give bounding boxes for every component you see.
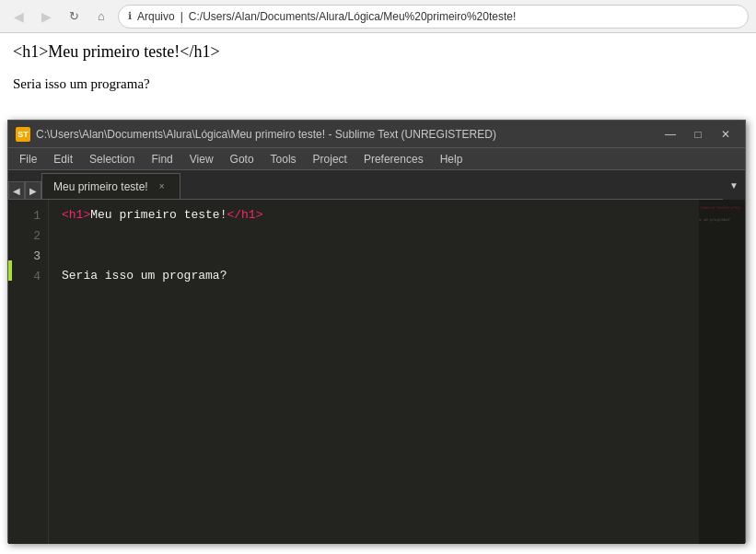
- tab-close-icon[interactable]: ×: [156, 180, 169, 193]
- maximize-button[interactable]: □: [686, 125, 710, 144]
- minimize-button[interactable]: —: [658, 125, 682, 144]
- line-number-4: 4: [12, 266, 48, 286]
- minimap-content: <h1>Meu primeiro teste!</h1> Seria isso …: [699, 205, 741, 222]
- tab-scroll-left[interactable]: ◀: [8, 181, 25, 200]
- tab-dropdown-btn[interactable]: ▼: [723, 170, 745, 200]
- editor-area: 1 2 3 4 <h1>Meu primeiro teste!</h1> Ser…: [8, 200, 745, 544]
- menu-help[interactable]: Help: [433, 151, 471, 167]
- line-number-1: 1: [12, 205, 48, 225]
- menu-edit[interactable]: Edit: [46, 151, 80, 167]
- code-area[interactable]: <h1>Meu primeiro teste!</h1> Seria isso …: [49, 200, 699, 544]
- sublime-window: ST C:\Users\Alan\Documents\Alura\Lógica\…: [7, 120, 746, 543]
- minimap: <h1>Meu primeiro teste!</h1> Seria isso …: [699, 200, 745, 544]
- menu-file[interactable]: File: [12, 151, 44, 167]
- tag-open: <h1>: [62, 208, 90, 222]
- forward-button[interactable]: ▶: [35, 6, 57, 28]
- active-tab[interactable]: Meu primeiro teste! ×: [41, 173, 180, 199]
- back-button[interactable]: ◀: [7, 6, 29, 28]
- code-line-2: [62, 225, 699, 246]
- window-controls: — □ ✕: [658, 125, 738, 144]
- info-icon: ℹ: [128, 10, 132, 22]
- title-bar: ST C:\Users\Alan\Documents\Alura\Lógica\…: [8, 121, 745, 148]
- tab-nav-left: ◀ ▶: [8, 170, 41, 200]
- code-text-1: Meu primeiro teste!: [90, 208, 227, 222]
- separator: |: [180, 10, 183, 23]
- window-title: C:\Users\Alan\Documents\Alura\Lógica\Meu…: [36, 128, 658, 141]
- tab-scroll-right[interactable]: ▶: [25, 181, 41, 200]
- menu-selection[interactable]: Selection: [82, 151, 142, 167]
- menu-goto[interactable]: Goto: [223, 151, 262, 167]
- line-number-2: 2: [12, 225, 48, 246]
- browser-bar: ◀ ▶ ↻ ⌂ ℹ Arquivo | C:/Users/Alan/Docume…: [0, 0, 756, 33]
- menu-project[interactable]: Project: [306, 151, 355, 167]
- menu-view[interactable]: View: [182, 151, 221, 167]
- arquivo-label: Arquivo: [137, 10, 175, 23]
- menu-preferences[interactable]: Preferences: [356, 151, 431, 167]
- home-button[interactable]: ⌂: [90, 6, 112, 28]
- line-numbers: 1 2 3 4: [12, 200, 49, 544]
- code-line-3: [62, 246, 699, 266]
- code-line-1: <h1>Meu primeiro teste!</h1>: [62, 205, 699, 225]
- close-button[interactable]: ✕: [714, 125, 738, 144]
- tab-label: Meu primeiro teste!: [53, 180, 148, 193]
- refresh-button[interactable]: ↻: [63, 6, 85, 28]
- tab-bar: ◀ ▶ Meu primeiro teste! × ▼: [8, 170, 745, 200]
- address-bar[interactable]: ℹ Arquivo | C:/Users/Alan/Documents/Alur…: [118, 5, 749, 29]
- menu-tools[interactable]: Tools: [263, 151, 304, 167]
- line-number-3: 3: [12, 246, 48, 266]
- code-text-4: Seria isso um programa?: [62, 269, 227, 283]
- tag-close: </h1>: [227, 208, 262, 222]
- menu-bar: File Edit Selection Find View Goto Tools…: [8, 148, 745, 170]
- sublime-icon: ST: [16, 127, 30, 142]
- code-line-4: Seria isso um programa?: [62, 266, 699, 286]
- url-text: C:/Users/Alan/Documents/Alura/Lógica/Meu…: [189, 10, 517, 23]
- menu-find[interactable]: Find: [144, 151, 180, 167]
- html-paragraph-line: Seria isso um programa?: [13, 76, 743, 92]
- html-heading-line: <h1>Meu primeiro teste!</h1>: [13, 42, 743, 62]
